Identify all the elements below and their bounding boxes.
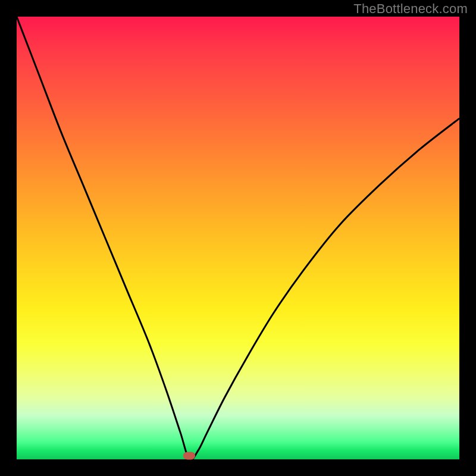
curve-path [17,17,459,459]
bottleneck-curve [17,17,459,459]
chart-frame: TheBottleneck.com [0,0,476,476]
optimal-marker [183,452,195,460]
watermark-text: TheBottleneck.com [353,1,468,17]
plot-area [17,17,459,459]
